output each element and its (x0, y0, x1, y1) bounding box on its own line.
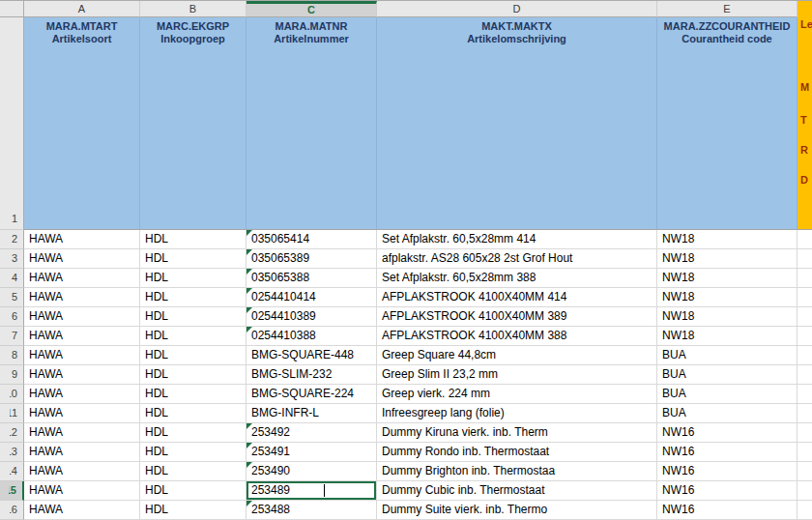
cell-B6[interactable]: HDL (140, 307, 246, 327)
cell-A16[interactable]: HAWA (24, 501, 140, 520)
cell-F16-clipped[interactable] (798, 501, 812, 520)
cell-E2[interactable]: NW18 (657, 230, 798, 249)
cell-A14[interactable]: HAWA (24, 462, 140, 481)
row-header-1[interactable]: 1 (0, 17, 24, 230)
cell-E9[interactable]: BUA (657, 365, 798, 385)
cell-C14[interactable]: 253490 (246, 462, 377, 481)
cell-D16[interactable]: Dummy Suite vierk. inb. Thermo (377, 501, 657, 520)
cell-F8-clipped[interactable] (798, 346, 812, 365)
cell-A9[interactable]: HAWA (24, 365, 140, 385)
row-header-6[interactable]: 6 (0, 307, 24, 327)
cell-B10[interactable]: HDL (140, 385, 246, 404)
cell-E12[interactable]: NW16 (657, 423, 798, 443)
row-header-12[interactable]: 12 (0, 423, 24, 443)
cell-E8[interactable]: BUA (657, 346, 798, 365)
cell-C7[interactable]: 0254410388 (246, 327, 377, 346)
cell-C8[interactable]: BMG-SQUARE-448 (246, 346, 377, 365)
cell-B9[interactable]: HDL (140, 365, 246, 385)
cell-F7-clipped[interactable] (798, 327, 812, 346)
cell-D14[interactable]: Dummy Brighton inb. Thermostaa (377, 462, 657, 481)
cell-F11-clipped[interactable] (798, 404, 812, 423)
column-header-c-selected[interactable]: C (246, 1, 377, 17)
row-header-7[interactable]: 7 (0, 327, 24, 346)
cell-F9-clipped[interactable] (798, 365, 812, 385)
cell-A11[interactable]: HAWA (24, 404, 140, 423)
cell-A6[interactable]: HAWA (24, 307, 140, 327)
cell-C9[interactable]: BMG-SLIM-232 (246, 365, 377, 385)
cell-A13[interactable]: HAWA (24, 443, 140, 462)
cell-D13[interactable]: Dummy Rondo inb. Thermostaat (377, 443, 657, 462)
cell-D15[interactable]: Dummy Cubic inb. Thermostaat (377, 481, 657, 501)
cell-C16[interactable]: 253488 (246, 501, 377, 520)
cell-F12-clipped[interactable] (798, 423, 812, 443)
cell-B3[interactable]: HDL (140, 249, 246, 269)
cell-F4-clipped[interactable] (798, 269, 812, 288)
cell-D8[interactable]: Greep Square 44,8cm (377, 346, 657, 365)
cell-D2[interactable]: Set Afplakstr. 60,5x28mm 414 (377, 230, 657, 249)
cell-E10[interactable]: BUA (657, 385, 798, 404)
cell-C1-title[interactable]: MARA.MATNR Artikelnummer (246, 17, 377, 230)
cell-D4[interactable]: Set Afplakstr. 60,5x28mm 388 (377, 269, 657, 288)
cell-E15[interactable]: NW16 (657, 481, 798, 501)
row-header-8[interactable]: 8 (0, 346, 24, 365)
cell-A3[interactable]: HAWA (24, 249, 140, 269)
cell-E6[interactable]: NW18 (657, 307, 798, 327)
row-header-2[interactable]: 2 (0, 230, 24, 249)
cell-B2[interactable]: HDL (140, 230, 246, 249)
cell-C13[interactable]: 253491 (246, 443, 377, 462)
cell-F1-clipped[interactable]: LeMTRD (798, 17, 812, 230)
cell-E3[interactable]: NW18 (657, 249, 798, 269)
cell-C12[interactable]: 253492 (246, 423, 377, 443)
select-all-corner[interactable] (0, 1, 24, 17)
cell-F14-clipped[interactable] (798, 462, 812, 481)
cell-D5[interactable]: AFPLAKSTROOK 4100X40MM 414 (377, 288, 657, 307)
cell-C10[interactable]: BMG-SQUARE-224 (246, 385, 377, 404)
cell-C5[interactable]: 0254410414 (246, 288, 377, 307)
column-header-e[interactable]: E (657, 1, 798, 17)
cell-F2-clipped[interactable] (798, 230, 812, 249)
row-header-14[interactable]: 14 (0, 462, 24, 481)
cell-D3[interactable]: afplakstr. AS28 605x28 2st Grof Hout (377, 249, 657, 269)
cell-A1-title[interactable]: MARA.MTART Artikelsoort (24, 17, 140, 230)
cell-E16[interactable]: NW16 (657, 501, 798, 520)
row-header-13[interactable]: 13 (0, 443, 24, 462)
cell-A5[interactable]: HAWA (24, 288, 140, 307)
cell-D1-title[interactable]: MAKT.MAKTX Artikelomschrijving (377, 17, 657, 230)
row-header-3[interactable]: 3 (0, 249, 24, 269)
cell-A15[interactable]: HAWA (24, 481, 140, 501)
cell-B4[interactable]: HDL (140, 269, 246, 288)
cell-F15-clipped[interactable] (798, 481, 812, 501)
cell-B8[interactable]: HDL (140, 346, 246, 365)
row-header-9[interactable]: 9 (0, 365, 24, 385)
cell-F5-clipped[interactable] (798, 288, 812, 307)
cell-C3[interactable]: 035065389 (246, 249, 377, 269)
cell-A12[interactable]: HAWA (24, 423, 140, 443)
row-header-10[interactable]: 10 (0, 385, 24, 404)
cell-E11[interactable]: BUA (657, 404, 798, 423)
cell-C11[interactable]: BMG-INFR-L (246, 404, 377, 423)
cell-D10[interactable]: Greep vierk. 224 mm (377, 385, 657, 404)
cell-A8[interactable]: HAWA (24, 346, 140, 365)
cell-E13[interactable]: NW16 (657, 443, 798, 462)
cell-B12[interactable]: HDL (140, 423, 246, 443)
cell-D12[interactable]: Dummy Kiruna vierk. inb. Therm (377, 423, 657, 443)
cell-B1-title[interactable]: MARC.EKGRP Inkoopgroep (140, 17, 246, 230)
cell-F10-clipped[interactable] (798, 385, 812, 404)
cell-D11[interactable]: Infreesgreep lang (folie) (377, 404, 657, 423)
cell-A2[interactable]: HAWA (24, 230, 140, 249)
cell-A7[interactable]: HAWA (24, 327, 140, 346)
row-header-15[interactable]: 15 (0, 481, 24, 501)
cell-E7[interactable]: NW18 (657, 327, 798, 346)
cell-E14[interactable]: NW16 (657, 462, 798, 481)
cell-E1-title[interactable]: MARA.ZZCOURANTHEID Courantheid code (657, 17, 798, 230)
cell-C6[interactable]: 0254410389 (246, 307, 377, 327)
cell-D7[interactable]: AFPLAKSTROOK 4100X40MM 388 (377, 327, 657, 346)
cell-A4[interactable]: HAWA (24, 269, 140, 288)
cell-F3-clipped[interactable] (798, 249, 812, 269)
cell-B11[interactable]: HDL (140, 404, 246, 423)
column-header-d[interactable]: D (377, 1, 657, 17)
cell-C2[interactable]: 035065414 (246, 230, 377, 249)
cell-D6[interactable]: AFPLAKSTROOK 4100X40MM 389 (377, 307, 657, 327)
cell-A10[interactable]: HAWA (24, 385, 140, 404)
column-header-a[interactable]: A (24, 1, 140, 17)
